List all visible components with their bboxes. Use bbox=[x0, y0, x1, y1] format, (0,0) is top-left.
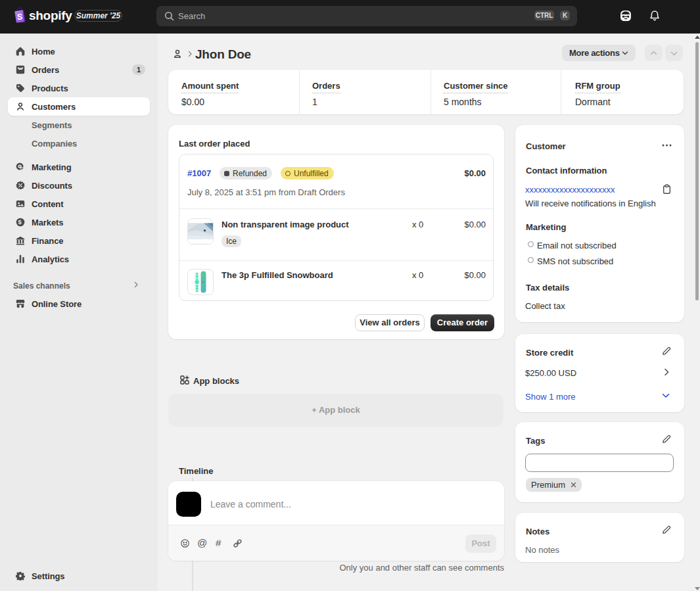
svg-text:S: S bbox=[17, 12, 22, 22]
svg-text:$: $ bbox=[18, 218, 22, 225]
